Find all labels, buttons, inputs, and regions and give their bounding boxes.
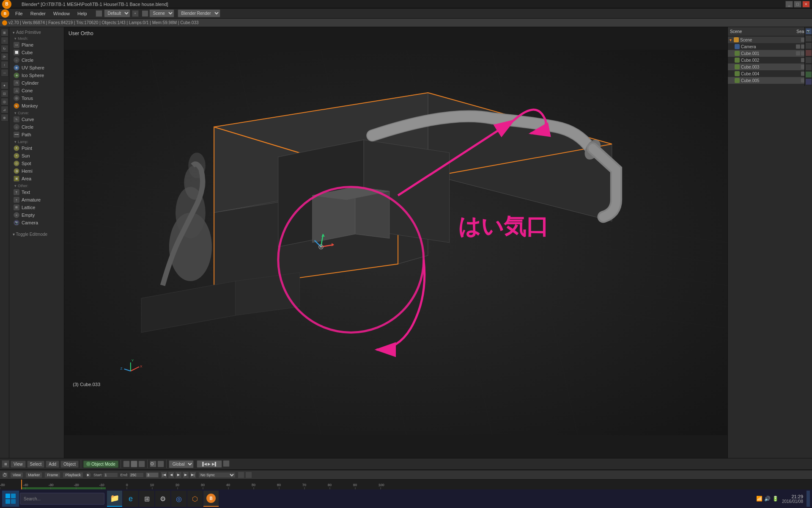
snap-type-btn[interactable]: [157, 461, 164, 467]
timeline-ruler[interactable]: -50 -40 -30 -20 -10 0 10 20 30 40 50 60 …: [0, 480, 812, 489]
lamp-sun[interactable]: ☀ Sun: [9, 152, 64, 160]
titlebar-controls[interactable]: _ □ ✕: [785, 1, 810, 8]
tray-network-icon[interactable]: 📶: [756, 496, 763, 502]
modifier-props-icon[interactable]: [805, 64, 812, 71]
taskbar-ie[interactable]: e: [123, 491, 138, 507]
tool-icon-6[interactable]: ↔: [1, 69, 8, 77]
menu-help[interactable]: Help: [74, 10, 91, 17]
timeline-marker-btn[interactable]: Marker: [25, 472, 42, 478]
object-props-icon[interactable]: [805, 50, 812, 56]
texture-draw-btn[interactable]: [138, 461, 145, 467]
current-frame-field[interactable]: [146, 472, 159, 478]
start-button[interactable]: [2, 491, 19, 507]
tool-icon-1[interactable]: ⊞: [1, 29, 8, 36]
mesh-plane[interactable]: ▭ Plane: [9, 41, 64, 49]
record-btn[interactable]: [223, 460, 230, 467]
scene-props-icon[interactable]: [805, 35, 812, 42]
jump-start-btn[interactable]: |◀: [161, 472, 167, 478]
curve-path[interactable]: ⟶ Path: [9, 131, 64, 138]
tool-icon-4[interactable]: ⟳: [1, 53, 8, 61]
mesh-circle[interactable]: ○ Circle: [9, 56, 64, 64]
outliner-camera-row[interactable]: Camera: [728, 43, 812, 50]
timeline-view-btn[interactable]: View: [10, 472, 23, 478]
wire-draw-btn[interactable]: [131, 461, 137, 467]
timeline-frame-btn[interactable]: Frame: [44, 472, 60, 478]
taskbar-explorer[interactable]: 📁: [107, 491, 122, 507]
tool-icon-5[interactable]: ↕: [1, 61, 8, 69]
lamp-area[interactable]: ▣ Area: [9, 175, 64, 182]
frame-start-field[interactable]: [103, 472, 118, 478]
outliner-cube2-row[interactable]: Cube.002: [728, 57, 812, 64]
curve-circle[interactable]: ○ Circle: [9, 123, 64, 131]
add-menu-btn[interactable]: Add: [46, 461, 59, 468]
mesh-torus[interactable]: ◎ Torus: [9, 94, 64, 102]
taskbar-app1[interactable]: ⬡: [187, 491, 203, 507]
play-btn[interactable]: ▶: [175, 472, 182, 478]
prev-frame-btn[interactable]: ◀: [168, 472, 175, 478]
playback-toggle[interactable]: ▶: [85, 472, 91, 478]
mesh-uvsphere[interactable]: ◉ UV Sphere: [9, 64, 64, 72]
layout-options[interactable]: ×: [132, 10, 139, 17]
data-props-icon[interactable]: [805, 71, 812, 78]
other-camera[interactable]: 📷 Camera: [9, 219, 64, 226]
playback-controls[interactable]: ▐◀ ▶ ▶▌: [197, 460, 222, 468]
tool-icon-10[interactable]: ⊿: [1, 106, 8, 113]
menu-file[interactable]: File: [12, 10, 26, 17]
lamp-hemi[interactable]: ◑ Hemi: [9, 167, 64, 175]
snap-btn[interactable]: ⊙: [150, 461, 156, 467]
taskbar-settings[interactable]: ⚙: [155, 491, 170, 507]
constraint-props-icon[interactable]: [805, 57, 812, 64]
layout-select[interactable]: Default: [104, 9, 130, 17]
outliner-cube5-row[interactable]: Cube.005: [728, 77, 812, 84]
tool-icon-9[interactable]: ◎: [1, 98, 8, 105]
tray-battery-icon[interactable]: 🔋: [772, 496, 779, 502]
mesh-cone[interactable]: △ Cone: [9, 87, 64, 94]
render-props-icon[interactable]: 📷: [805, 28, 812, 35]
object-menu-btn[interactable]: Object: [60, 461, 79, 468]
tray-sound-icon[interactable]: 🔊: [764, 496, 771, 502]
jump-end-btn[interactable]: ▶|: [189, 472, 196, 478]
scene-select[interactable]: Scene: [149, 9, 174, 17]
other-empty[interactable]: + Empty: [9, 211, 64, 219]
sync-select[interactable]: No Sync Frame Dropping Sync to Audio: [198, 472, 236, 478]
frame-end-field[interactable]: [129, 472, 144, 478]
tool-icon-8[interactable]: ⊡: [1, 90, 8, 97]
curve-curve[interactable]: ∿ Curve: [9, 116, 64, 123]
outliner-row[interactable]: ▾ Scene: [728, 36, 812, 43]
3d-viewport[interactable]: User Ortho: [64, 27, 727, 458]
taskbar-blender[interactable]: B: [203, 491, 219, 507]
menu-render[interactable]: Render: [27, 10, 49, 17]
toggle-editmode[interactable]: Toggle Editmode: [9, 231, 64, 238]
outliner-cube4-row[interactable]: Cube.004: [728, 70, 812, 77]
eye-icon[interactable]: [796, 44, 800, 49]
timeline-icon[interactable]: ⏱: [2, 472, 8, 478]
show-desktop-btn[interactable]: [807, 491, 810, 507]
render-engine-select[interactable]: Blender Render: [178, 9, 220, 17]
timeline-playback-btn[interactable]: Playback: [63, 472, 83, 478]
maximize-button[interactable]: □: [794, 1, 801, 8]
view-mode-icon[interactable]: [96, 10, 102, 17]
world-props-icon[interactable]: [805, 42, 812, 49]
blender-icon[interactable]: B: [1, 9, 9, 18]
transform-space-select[interactable]: Global Local: [169, 460, 194, 468]
eye-icon[interactable]: [796, 51, 800, 55]
mesh-cube[interactable]: ⬜ Cube: [9, 49, 64, 56]
minimize-button[interactable]: _: [785, 1, 793, 8]
audio-mute-btn[interactable]: [238, 472, 244, 478]
outliner-cube1-row[interactable]: Cube.001: [728, 50, 812, 57]
next-frame-btn[interactable]: ▶: [182, 472, 189, 478]
other-armature[interactable]: † Armature: [9, 196, 64, 204]
taskbar-search[interactable]: Search...: [20, 493, 104, 505]
menu-window[interactable]: Window: [50, 10, 73, 17]
lamp-point[interactable]: ✦ Point: [9, 144, 64, 152]
other-lattice[interactable]: ⊞ Lattice: [9, 204, 64, 211]
close-button[interactable]: ✕: [802, 1, 810, 8]
view-menu-btn[interactable]: View: [11, 461, 26, 468]
tool-icon-7[interactable]: ✦: [1, 82, 8, 89]
taskbar-apps-btn[interactable]: ⊞: [139, 491, 154, 507]
tool-icon-11[interactable]: ⊗: [1, 114, 8, 121]
object-mode-btn[interactable]: Object Mode: [83, 461, 118, 468]
tool-icon-2[interactable]: ○: [1, 37, 8, 44]
mesh-cylinder[interactable]: ⊓ Cylinder: [9, 79, 64, 87]
add-primitive-title[interactable]: Add Primitive: [9, 29, 64, 35]
